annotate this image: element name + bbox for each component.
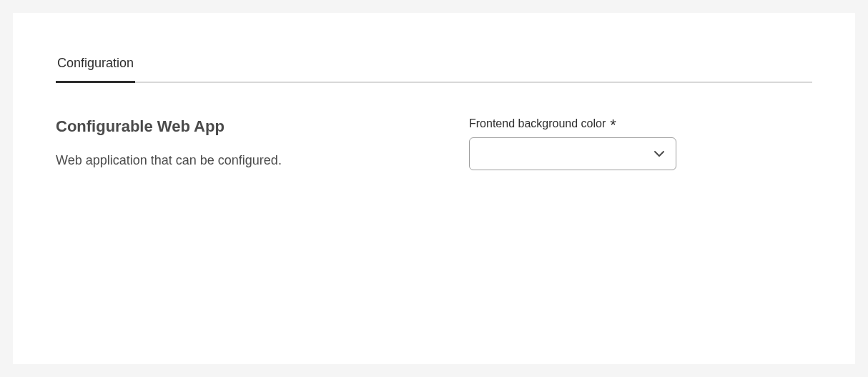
required-asterisk-icon: * bbox=[610, 119, 616, 131]
bgcolor-label-text: Frontend background color bbox=[469, 117, 606, 130]
content-area: Configurable Web App Web application tha… bbox=[56, 117, 812, 170]
config-card: Configuration Configurable Web App Web a… bbox=[13, 13, 855, 364]
tab-configuration[interactable]: Configuration bbox=[56, 56, 135, 83]
bgcolor-field-label: Frontend background color * bbox=[469, 117, 812, 130]
section-title: Configurable Web App bbox=[56, 117, 426, 136]
tabs-row: Configuration bbox=[56, 56, 812, 83]
section-description: Web application that can be configured. bbox=[56, 153, 426, 168]
right-column: Frontend background color * bbox=[469, 117, 812, 170]
left-column: Configurable Web App Web application tha… bbox=[56, 117, 426, 170]
bgcolor-select-wrap bbox=[469, 137, 676, 170]
bgcolor-select[interactable] bbox=[469, 137, 676, 170]
